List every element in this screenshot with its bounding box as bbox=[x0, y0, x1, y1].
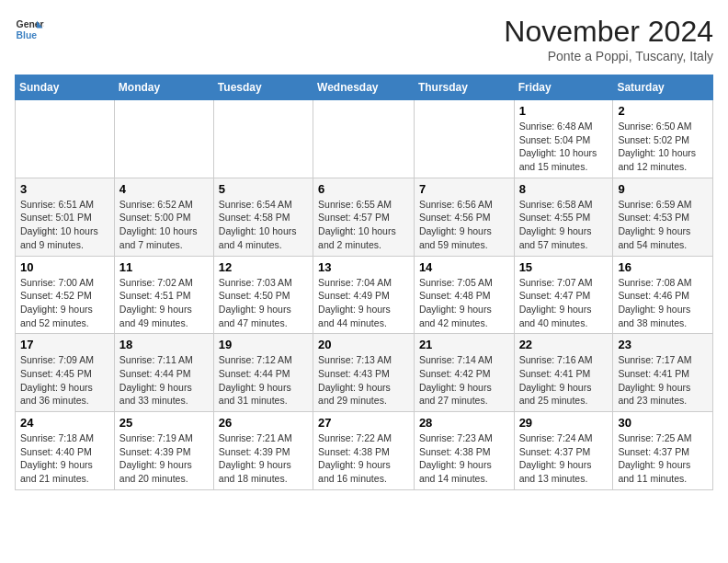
week-row-5: 24Sunrise: 7:18 AM Sunset: 4:40 PM Dayli… bbox=[16, 412, 713, 490]
calendar-cell: 1Sunrise: 6:48 AM Sunset: 5:04 PM Daylig… bbox=[514, 100, 613, 178]
day-number: 21 bbox=[419, 338, 509, 351]
day-number: 6 bbox=[318, 182, 409, 196]
day-number: 14 bbox=[419, 260, 509, 274]
day-info: Sunrise: 7:05 AM Sunset: 4:48 PM Dayligh… bbox=[419, 276, 509, 330]
day-number: 13 bbox=[318, 260, 409, 274]
calendar-cell: 14Sunrise: 7:05 AM Sunset: 4:48 PM Dayli… bbox=[414, 256, 514, 334]
day-info: Sunrise: 7:23 AM Sunset: 4:38 PM Dayligh… bbox=[419, 431, 509, 486]
day-number: 2 bbox=[618, 104, 708, 118]
calendar-cell: 3Sunrise: 6:51 AM Sunset: 5:01 PM Daylig… bbox=[16, 178, 115, 256]
day-info: Sunrise: 6:52 AM Sunset: 5:00 PM Dayligh… bbox=[119, 198, 209, 252]
day-info: Sunrise: 7:19 AM Sunset: 4:39 PM Dayligh… bbox=[119, 431, 209, 486]
calendar-cell: 21Sunrise: 7:14 AM Sunset: 4:42 PM Dayli… bbox=[414, 334, 514, 412]
day-info: Sunrise: 7:24 AM Sunset: 4:37 PM Dayligh… bbox=[519, 431, 609, 486]
calendar-cell: 13Sunrise: 7:04 AM Sunset: 4:49 PM Dayli… bbox=[313, 256, 415, 334]
calendar-cell: 28Sunrise: 7:23 AM Sunset: 4:38 PM Dayli… bbox=[414, 412, 514, 490]
day-header-tuesday: Tuesday bbox=[213, 75, 313, 100]
calendar-cell: 6Sunrise: 6:55 AM Sunset: 4:57 PM Daylig… bbox=[313, 178, 415, 256]
location-subtitle: Ponte a Poppi, Tuscany, Italy bbox=[504, 49, 713, 63]
calendar-cell: 26Sunrise: 7:21 AM Sunset: 4:39 PM Dayli… bbox=[213, 412, 313, 490]
day-info: Sunrise: 6:59 AM Sunset: 4:53 PM Dayligh… bbox=[618, 198, 708, 252]
day-info: Sunrise: 7:08 AM Sunset: 4:46 PM Dayligh… bbox=[618, 276, 708, 330]
calendar-cell: 19Sunrise: 7:12 AM Sunset: 4:44 PM Dayli… bbox=[213, 334, 313, 412]
calendar-cell bbox=[313, 100, 415, 178]
day-info: Sunrise: 7:09 AM Sunset: 4:45 PM Dayligh… bbox=[20, 353, 109, 408]
day-info: Sunrise: 6:54 AM Sunset: 4:58 PM Dayligh… bbox=[219, 198, 308, 252]
day-header-sunday: Sunday bbox=[16, 75, 115, 100]
day-number: 23 bbox=[618, 338, 708, 351]
calendar-cell: 25Sunrise: 7:19 AM Sunset: 4:39 PM Dayli… bbox=[114, 412, 213, 490]
day-number: 4 bbox=[119, 182, 209, 196]
calendar-cell: 24Sunrise: 7:18 AM Sunset: 4:40 PM Dayli… bbox=[16, 412, 115, 490]
day-info: Sunrise: 7:14 AM Sunset: 4:42 PM Dayligh… bbox=[419, 353, 509, 408]
day-number: 28 bbox=[419, 416, 509, 430]
day-info: Sunrise: 6:58 AM Sunset: 4:55 PM Dayligh… bbox=[519, 198, 609, 252]
calendar-cell: 15Sunrise: 7:07 AM Sunset: 4:47 PM Dayli… bbox=[514, 256, 613, 334]
day-number: 19 bbox=[219, 338, 308, 351]
calendar-cell: 16Sunrise: 7:08 AM Sunset: 4:46 PM Dayli… bbox=[613, 256, 713, 334]
day-number: 10 bbox=[20, 260, 109, 274]
day-header-saturday: Saturday bbox=[613, 75, 713, 100]
calendar-body: 1Sunrise: 6:48 AM Sunset: 5:04 PM Daylig… bbox=[16, 100, 713, 490]
day-number: 25 bbox=[119, 416, 209, 430]
calendar-cell: 11Sunrise: 7:02 AM Sunset: 4:51 PM Dayli… bbox=[114, 256, 213, 334]
svg-text:Blue: Blue bbox=[17, 30, 38, 40]
day-header-wednesday: Wednesday bbox=[313, 75, 415, 100]
calendar-cell: 8Sunrise: 6:58 AM Sunset: 4:55 PM Daylig… bbox=[514, 178, 613, 256]
calendar-cell bbox=[16, 100, 115, 178]
day-info: Sunrise: 6:55 AM Sunset: 4:57 PM Dayligh… bbox=[318, 198, 409, 252]
day-info: Sunrise: 7:25 AM Sunset: 4:37 PM Dayligh… bbox=[618, 431, 708, 486]
day-number: 9 bbox=[618, 182, 708, 196]
day-number: 20 bbox=[318, 338, 409, 351]
calendar-cell: 9Sunrise: 6:59 AM Sunset: 4:53 PM Daylig… bbox=[613, 178, 713, 256]
day-header-thursday: Thursday bbox=[414, 75, 514, 100]
day-info: Sunrise: 7:21 AM Sunset: 4:39 PM Dayligh… bbox=[219, 431, 308, 486]
day-number: 5 bbox=[219, 182, 308, 196]
calendar-table: SundayMondayTuesdayWednesdayThursdayFrid… bbox=[15, 75, 713, 490]
title-area: November 2024 Ponte a Poppi, Tuscany, It… bbox=[504, 15, 713, 63]
day-number: 7 bbox=[419, 182, 509, 196]
calendar-cell: 18Sunrise: 7:11 AM Sunset: 4:44 PM Dayli… bbox=[114, 334, 213, 412]
logo-icon: General Blue bbox=[15, 15, 44, 44]
week-row-2: 3Sunrise: 6:51 AM Sunset: 5:01 PM Daylig… bbox=[16, 178, 713, 256]
calendar-cell: 10Sunrise: 7:00 AM Sunset: 4:52 PM Dayli… bbox=[16, 256, 115, 334]
day-info: Sunrise: 6:51 AM Sunset: 5:01 PM Dayligh… bbox=[20, 198, 109, 252]
calendar-cell: 27Sunrise: 7:22 AM Sunset: 4:38 PM Dayli… bbox=[313, 412, 415, 490]
day-number: 17 bbox=[20, 338, 109, 351]
day-number: 8 bbox=[519, 182, 609, 196]
day-info: Sunrise: 7:04 AM Sunset: 4:49 PM Dayligh… bbox=[318, 276, 409, 330]
week-row-4: 17Sunrise: 7:09 AM Sunset: 4:45 PM Dayli… bbox=[16, 334, 713, 412]
day-number: 27 bbox=[318, 416, 409, 430]
header: General Blue November 2024 Ponte a Poppi… bbox=[15, 15, 713, 63]
day-info: Sunrise: 7:03 AM Sunset: 4:50 PM Dayligh… bbox=[219, 276, 308, 330]
day-number: 16 bbox=[618, 260, 708, 274]
day-number: 1 bbox=[519, 104, 609, 118]
calendar-cell: 29Sunrise: 7:24 AM Sunset: 4:37 PM Dayli… bbox=[514, 412, 613, 490]
day-number: 29 bbox=[519, 416, 609, 430]
week-row-3: 10Sunrise: 7:00 AM Sunset: 4:52 PM Dayli… bbox=[16, 256, 713, 334]
calendar-cell: 20Sunrise: 7:13 AM Sunset: 4:43 PM Dayli… bbox=[313, 334, 415, 412]
calendar-header-row: SundayMondayTuesdayWednesdayThursdayFrid… bbox=[16, 75, 713, 100]
day-info: Sunrise: 7:00 AM Sunset: 4:52 PM Dayligh… bbox=[20, 276, 109, 330]
day-info: Sunrise: 7:11 AM Sunset: 4:44 PM Dayligh… bbox=[119, 353, 209, 408]
day-info: Sunrise: 7:17 AM Sunset: 4:41 PM Dayligh… bbox=[618, 353, 708, 408]
calendar-cell: 7Sunrise: 6:56 AM Sunset: 4:56 PM Daylig… bbox=[414, 178, 514, 256]
calendar-cell: 23Sunrise: 7:17 AM Sunset: 4:41 PM Dayli… bbox=[613, 334, 713, 412]
day-info: Sunrise: 6:48 AM Sunset: 5:04 PM Dayligh… bbox=[519, 120, 609, 174]
day-number: 26 bbox=[219, 416, 308, 430]
calendar-cell: 5Sunrise: 6:54 AM Sunset: 4:58 PM Daylig… bbox=[213, 178, 313, 256]
day-info: Sunrise: 7:02 AM Sunset: 4:51 PM Dayligh… bbox=[119, 276, 209, 330]
day-info: Sunrise: 7:16 AM Sunset: 4:41 PM Dayligh… bbox=[519, 353, 609, 408]
month-title: November 2024 bbox=[504, 15, 713, 49]
day-number: 15 bbox=[519, 260, 609, 274]
day-header-friday: Friday bbox=[514, 75, 613, 100]
day-info: Sunrise: 7:22 AM Sunset: 4:38 PM Dayligh… bbox=[318, 431, 409, 486]
week-row-1: 1Sunrise: 6:48 AM Sunset: 5:04 PM Daylig… bbox=[16, 100, 713, 178]
calendar-cell: 4Sunrise: 6:52 AM Sunset: 5:00 PM Daylig… bbox=[114, 178, 213, 256]
calendar-cell bbox=[114, 100, 213, 178]
calendar-cell: 2Sunrise: 6:50 AM Sunset: 5:02 PM Daylig… bbox=[613, 100, 713, 178]
day-number: 18 bbox=[119, 338, 209, 351]
calendar-cell bbox=[213, 100, 313, 178]
logo: General Blue bbox=[15, 15, 44, 44]
day-info: Sunrise: 7:12 AM Sunset: 4:44 PM Dayligh… bbox=[219, 353, 308, 408]
